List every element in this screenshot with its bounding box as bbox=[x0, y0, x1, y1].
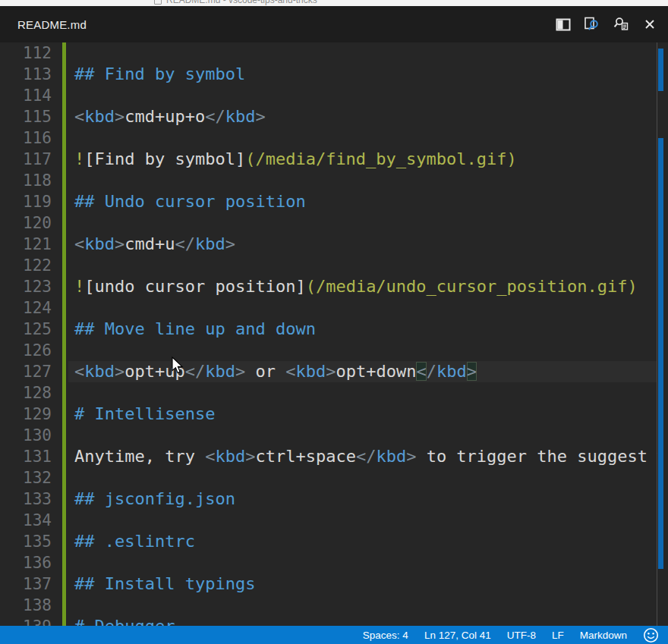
code-text: ## Undo cursor position bbox=[74, 191, 306, 212]
tab-filename: README.md bbox=[17, 18, 87, 31]
code-line[interactable]: 128 bbox=[0, 382, 657, 404]
line-number[interactable]: 136 bbox=[0, 552, 52, 573]
line-number[interactable]: 130 bbox=[0, 425, 52, 446]
code-text: ![Find by symbol](/media/find_by_symbol.… bbox=[74, 149, 517, 170]
line-number[interactable]: 133 bbox=[0, 488, 52, 510]
line-number[interactable]: 114 bbox=[0, 85, 52, 106]
overview-ruler-decoration[interactable] bbox=[658, 49, 663, 91]
editor[interactable]: 112113## Find by symbol114115<kbd>cmd+up… bbox=[0, 42, 668, 626]
status-encoding[interactable]: UTF-8 bbox=[507, 630, 536, 641]
line-number[interactable]: 124 bbox=[0, 297, 52, 319]
editor-title-bar: README.md bbox=[0, 6, 668, 42]
line-number[interactable]: 138 bbox=[0, 595, 52, 616]
line-number[interactable]: 116 bbox=[0, 127, 52, 149]
line-number[interactable]: 139 bbox=[0, 616, 52, 626]
show-source-icon[interactable] bbox=[612, 15, 630, 33]
line-number[interactable]: 129 bbox=[0, 404, 52, 425]
code-line[interactable]: 139# Debugger bbox=[0, 616, 657, 626]
code-line[interactable]: 115<kbd>cmd+up+o</kbd> bbox=[0, 106, 657, 127]
code-line[interactable]: 127<kbd>opt+up</kbd> or <kbd>opt+down</k… bbox=[0, 361, 657, 382]
code-line[interactable]: 135## .eslintrc bbox=[0, 531, 657, 552]
os-window-title: README.md - vscode-tips-and-tricks bbox=[166, 0, 317, 6]
code-text: ![undo cursor position](/media/undo_curs… bbox=[74, 276, 638, 297]
status-indentation[interactable]: Spaces: 4 bbox=[363, 630, 408, 641]
code-line[interactable]: 130 bbox=[0, 425, 657, 446]
code-line[interactable]: 123![undo cursor position](/media/undo_c… bbox=[0, 276, 657, 297]
line-number[interactable]: 127 bbox=[0, 361, 52, 382]
line-number[interactable]: 132 bbox=[0, 467, 52, 488]
code-line[interactable]: 133## jsconfig.json bbox=[0, 488, 657, 510]
code-text: <kbd>opt+up</kbd> or <kbd>opt+down</kbd> bbox=[74, 361, 477, 382]
code-line[interactable]: 132 bbox=[0, 467, 657, 488]
code-line[interactable]: 113## Find by symbol bbox=[0, 64, 657, 85]
code-line[interactable]: 129# Intellisense bbox=[0, 404, 657, 425]
line-number[interactable]: 134 bbox=[0, 510, 52, 531]
line-number[interactable]: 137 bbox=[0, 573, 52, 595]
code-line[interactable]: 117![Find by symbol](/media/find_by_symb… bbox=[0, 149, 657, 170]
code-line[interactable]: 116 bbox=[0, 127, 657, 149]
git-modified-gutter bbox=[62, 42, 66, 626]
status-bar: Spaces: 4 Ln 127, Col 41 UTF-8 LF Markdo… bbox=[0, 626, 668, 644]
code-text: ## Find by symbol bbox=[74, 64, 245, 85]
line-number[interactable]: 113 bbox=[0, 64, 52, 85]
line-number[interactable]: 128 bbox=[0, 382, 52, 404]
feedback-smiley-icon[interactable] bbox=[643, 627, 659, 643]
code-line[interactable]: 125## Move line up and down bbox=[0, 319, 657, 340]
code-line[interactable]: 138 bbox=[0, 595, 657, 616]
line-number[interactable]: 123 bbox=[0, 276, 52, 297]
code-line[interactable]: 126 bbox=[0, 340, 657, 361]
code-text: ## jsconfig.json bbox=[74, 488, 235, 510]
line-number[interactable]: 119 bbox=[0, 191, 52, 212]
code-line[interactable]: 134 bbox=[0, 510, 657, 531]
code-line[interactable]: 136 bbox=[0, 552, 657, 573]
code-text: ## Move line up and down bbox=[74, 319, 316, 340]
status-eol[interactable]: LF bbox=[552, 630, 564, 641]
code-line[interactable]: 120 bbox=[0, 212, 657, 234]
line-number[interactable]: 120 bbox=[0, 212, 52, 234]
editor-rows: 112113## Find by symbol114115<kbd>cmd+up… bbox=[0, 42, 657, 626]
vscode-window: README.md - vscode-tips-and-tricks READM… bbox=[0, 0, 668, 644]
code-text: <kbd>cmd+up+o</kbd> bbox=[74, 106, 266, 127]
os-window-titlebar: README.md - vscode-tips-and-tricks bbox=[0, 0, 668, 6]
line-number[interactable]: 125 bbox=[0, 319, 52, 340]
line-number[interactable]: 118 bbox=[0, 170, 52, 191]
code-line[interactable]: 122 bbox=[0, 255, 657, 276]
mouse-pointer-icon bbox=[172, 357, 184, 377]
code-text: # Intellisense bbox=[74, 404, 215, 425]
code-line[interactable]: 137## Install typings bbox=[0, 573, 657, 595]
close-icon[interactable] bbox=[641, 15, 659, 33]
status-cursor-position[interactable]: Ln 127, Col 41 bbox=[424, 630, 491, 641]
code-line[interactable]: 124 bbox=[0, 297, 657, 319]
code-text: ## .eslintrc bbox=[74, 531, 195, 552]
code-line[interactable]: 118 bbox=[0, 170, 657, 191]
line-number[interactable]: 131 bbox=[0, 446, 52, 467]
code-line[interactable]: 114 bbox=[0, 85, 657, 106]
code-text: <kbd>cmd+u</kbd> bbox=[74, 234, 235, 255]
code-text: ## Install typings bbox=[74, 573, 255, 595]
code-line[interactable]: 121<kbd>cmd+u</kbd> bbox=[0, 234, 657, 255]
overview-ruler-decoration[interactable] bbox=[658, 138, 663, 569]
line-number[interactable]: 112 bbox=[0, 42, 52, 64]
editor-actions bbox=[554, 15, 659, 33]
line-number[interactable]: 115 bbox=[0, 106, 52, 127]
code-line[interactable]: 112 bbox=[0, 42, 657, 64]
overview-ruler-border bbox=[657, 42, 657, 626]
status-language-mode[interactable]: Markdown bbox=[580, 630, 627, 641]
code-text: # Debugger bbox=[74, 616, 175, 626]
line-number[interactable]: 121 bbox=[0, 234, 52, 255]
split-editor-icon[interactable] bbox=[554, 15, 572, 33]
line-number[interactable]: 135 bbox=[0, 531, 52, 552]
code-line[interactable]: 119## Undo cursor position bbox=[0, 191, 657, 212]
code-line[interactable]: 131Anytime, try <kbd>ctrl+space</kbd> to… bbox=[0, 446, 657, 467]
line-number[interactable]: 126 bbox=[0, 340, 52, 361]
open-preview-icon[interactable] bbox=[583, 15, 601, 33]
document-icon bbox=[154, 0, 162, 5]
code-text: Anytime, try <kbd>ctrl+space</kbd> to tr… bbox=[74, 446, 657, 467]
line-number[interactable]: 117 bbox=[0, 149, 52, 170]
line-number[interactable]: 122 bbox=[0, 255, 52, 276]
